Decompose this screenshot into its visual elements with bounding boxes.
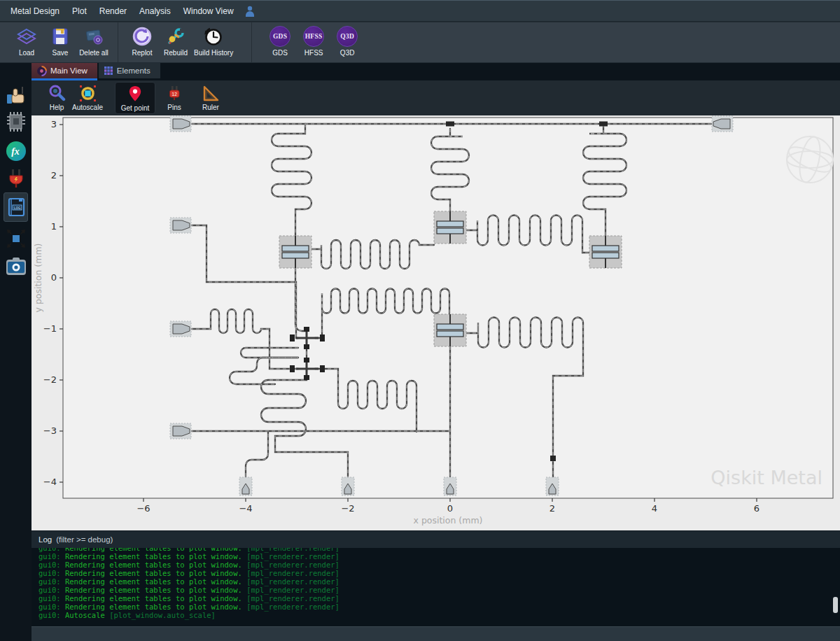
qiskit-metal-window: Metal Design Plot Render Analysis Window… — [0, 0, 840, 641]
log-line: gui0: Rendering element tables to plot w… — [38, 594, 840, 603]
log-line: gui0: Rendering element tables to plot w… — [38, 561, 840, 569]
toolbar-separator-2 — [251, 22, 252, 62]
ruler-label: Ruler — [202, 104, 219, 111]
log-panel-icon[interactable]: LOG — [4, 192, 28, 222]
x-tick-label: −4 — [239, 503, 252, 514]
build-history-label: Build History — [194, 49, 233, 57]
x-tick-label: −2 — [341, 503, 354, 514]
log-line: gui0: Rendering element tables to plot w… — [38, 577, 840, 586]
get-point-label: Get point — [121, 104, 150, 112]
metal-logo-icon — [36, 66, 47, 76]
function-fx-icon[interactable]: fx — [4, 139, 28, 164]
x-tick-label: 2 — [550, 503, 555, 514]
load-book-icon — [16, 25, 37, 48]
log-line: gui0: Rendering element tables to plot w… — [38, 569, 840, 577]
sidebar: fx LOG — [0, 63, 31, 641]
pins-button[interactable]: 12 Pins — [159, 82, 190, 114]
log-filter-label: (filter >= debug) — [56, 535, 113, 544]
log-header[interactable]: Log (filter >= debug) — [31, 530, 840, 548]
launch-pad — [712, 116, 733, 132]
menubar: Metal Design Plot Render Analysis Window… — [0, 1, 840, 22]
gds-label: GDS — [272, 49, 288, 57]
launch-pad — [546, 477, 559, 495]
help-magnifier-icon — [48, 84, 66, 103]
launch-pad — [342, 477, 354, 495]
transmon-qubit — [279, 236, 312, 268]
y-tick-label: 0 — [51, 272, 57, 283]
menu-window-view[interactable]: Window View — [177, 6, 240, 16]
expand-icon[interactable] — [4, 226, 28, 251]
transmon-qubit — [434, 314, 466, 346]
menu-render[interactable]: Render — [93, 6, 133, 16]
q3d-renderer-button[interactable]: Q3D Q3D — [332, 22, 363, 62]
menu-plot[interactable]: Plot — [66, 6, 93, 16]
y-tick-label: −1 — [43, 323, 57, 334]
ruler-button[interactable]: Ruler — [192, 82, 229, 114]
rebuild-label: Rebuild — [164, 49, 188, 57]
thumbs-up-icon[interactable] — [4, 83, 28, 108]
autoscale-label: Autoscale — [72, 104, 103, 111]
get-point-button[interactable]: Get point — [115, 82, 155, 114]
y-tick-label: −2 — [43, 374, 57, 385]
svg-text:LOG: LOG — [13, 206, 20, 210]
launch-pad — [239, 477, 252, 495]
log-output[interactable]: gui0: Rendering element tables to plot w… — [31, 548, 840, 626]
rebuild-wrench-icon — [165, 25, 186, 48]
tab-elements[interactable]: Elements — [99, 63, 160, 80]
build-history-button[interactable]: Build History — [194, 22, 233, 62]
menu-metal-design[interactable]: Metal Design — [10, 6, 66, 16]
chip-icon[interactable] — [4, 109, 28, 134]
rebuild-button[interactable]: Rebuild — [160, 22, 191, 62]
toolbar-separator — [118, 22, 118, 62]
replot-label: Replot — [132, 49, 153, 57]
svg-text:fx: fx — [11, 146, 20, 157]
hfss-renderer-button[interactable]: HFSS HFSS — [298, 22, 329, 62]
y-tick-label: −4 — [43, 477, 57, 487]
y-tick-label: −3 — [43, 425, 57, 436]
y-axis-label: y position (mm) — [33, 244, 43, 313]
gds-badge-icon: GDS — [270, 26, 290, 47]
log-line: gui0: Rendering element tables to plot w… — [38, 552, 840, 561]
save-button[interactable]: Save — [45, 22, 76, 62]
pins-label: Pins — [167, 104, 181, 111]
watermark-text: Qiskit Metal — [710, 467, 822, 488]
log-line: gui0: Rendering element tables to plot w… — [38, 586, 840, 594]
x-tick-label: −6 — [136, 503, 150, 514]
screenshot-camera-icon[interactable] — [4, 254, 28, 279]
plot-toolbar: Help Autoscale Get point 12 Pins Ruler — [31, 80, 840, 115]
hfss-label: HFSS — [304, 49, 323, 57]
log-line: gui0: Rendering element tables to plot w… — [38, 603, 840, 611]
x-tick-label: 6 — [754, 503, 760, 514]
y-tick-label: 1 — [51, 221, 57, 232]
tab-main-view-label: Main View — [50, 66, 88, 75]
delete-database-icon — [83, 25, 104, 48]
save-label: Save — [52, 49, 69, 57]
autoscale-button[interactable]: Autoscale — [68, 82, 107, 114]
load-button[interactable]: Load — [11, 22, 42, 62]
gds-renderer-button[interactable]: GDS GDS — [265, 22, 295, 62]
delete-all-label: Delete all — [79, 49, 108, 57]
delete-all-button[interactable]: Delete all — [78, 22, 109, 62]
autoscale-icon — [78, 84, 97, 103]
replot-button[interactable]: Replot — [127, 22, 158, 62]
launch-pad — [170, 423, 191, 439]
plot-canvas[interactable]: −6−4−202463210−1−2−3−4x position (mm)y p… — [31, 115, 840, 530]
log-scrollbar-thumb[interactable] — [833, 597, 838, 613]
launch-pad — [170, 116, 191, 132]
menu-analysis[interactable]: Analysis — [133, 6, 177, 16]
load-label: Load — [19, 49, 34, 57]
transmon-qubit — [589, 236, 622, 268]
history-clock-icon — [202, 25, 225, 48]
main-panel: Main View Elements Help Autoscale Get po… — [31, 63, 840, 641]
help-label: Help — [50, 104, 64, 111]
launch-pad — [170, 218, 191, 233]
person-icon[interactable] — [244, 5, 255, 17]
launch-pad — [170, 321, 191, 337]
y-tick-label: 2 — [51, 170, 57, 181]
y-tick-label: 3 — [51, 119, 57, 129]
tab-main-view[interactable]: Main View — [31, 63, 97, 80]
pins-plug-icon: 12 — [166, 84, 183, 103]
toolbar: Load Save Delete all Replot Rebuild — [0, 22, 840, 62]
replot-circular-arrow-icon — [132, 25, 153, 48]
plug-icon[interactable] — [4, 166, 28, 191]
